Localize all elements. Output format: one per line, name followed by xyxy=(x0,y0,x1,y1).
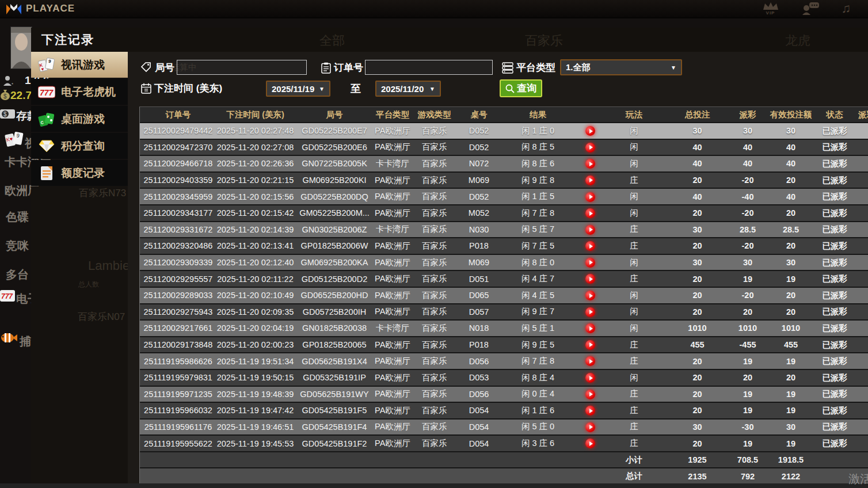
status-badge: 已派彩 xyxy=(817,172,852,189)
play-cell xyxy=(576,287,604,304)
round-id-cell: GD05125B200D2 xyxy=(294,270,375,287)
play-video-button[interactable] xyxy=(585,192,595,202)
table-row: 2511200294794422025-11-20 02:27:48GD0522… xyxy=(140,123,868,139)
status-badge: 已派彩 xyxy=(817,155,852,172)
platform-icon xyxy=(502,62,513,74)
play-cell xyxy=(576,353,604,369)
result-cell: 闲 1 庄 5 xyxy=(500,188,576,205)
platform-type-select[interactable]: 1.全部 ▼ xyxy=(560,59,682,75)
order-id-cell: 251119195979831 xyxy=(140,369,216,386)
status-badge: 已派彩 xyxy=(817,238,852,254)
calendar-icon xyxy=(141,83,151,94)
table-no-cell: N072 xyxy=(458,155,500,172)
date-from-select[interactable]: 2025/11/19 ▼ xyxy=(266,81,330,97)
platform-cell: 卡卡湾厅 xyxy=(375,222,410,238)
play-video-button[interactable] xyxy=(585,258,595,268)
order-number-label-group: 订单号 xyxy=(321,61,363,74)
table-no-cell: D065 xyxy=(458,287,500,304)
play-video-button[interactable] xyxy=(585,422,595,432)
result-cell: 闲 5 庄 0 xyxy=(500,419,576,436)
result-cell: 闲 8 庄 0 xyxy=(500,254,576,271)
payout-time-cell xyxy=(852,337,868,353)
play-video-button[interactable] xyxy=(585,241,595,251)
faint-background-text: 总人数 xyxy=(78,280,99,289)
table-no-cell: P018 xyxy=(458,337,500,353)
bet-time-label: 下注时间 (美东) xyxy=(154,82,222,95)
total-bet-cell: 20 xyxy=(664,287,730,304)
chat-support-icon[interactable] xyxy=(801,2,820,16)
play-video-button[interactable] xyxy=(585,390,595,399)
payout-cell: -455 xyxy=(730,337,765,353)
table-row: 2511200293431772025-11-20 02:15:42GM0522… xyxy=(140,205,868,222)
sidebar-item-table-games[interactable]: C 桌面游戏 xyxy=(31,106,128,132)
valid-bet-cell: 30 xyxy=(765,254,817,271)
platform-cell: PA欧洲厅 xyxy=(375,304,410,321)
bet-time-cell: 2025-11-19 19:51:34 xyxy=(216,353,294,369)
play-video-button[interactable] xyxy=(585,356,595,366)
play-video-button[interactable] xyxy=(585,291,595,300)
deposit-icon: $ xyxy=(0,109,15,119)
result-cell: 闲 9 庄 5 xyxy=(500,337,576,353)
bg-nav-item: 多台 xyxy=(6,267,29,283)
play-video-button[interactable] xyxy=(585,340,595,350)
play-video-button[interactable] xyxy=(585,176,595,185)
round-number-input[interactable] xyxy=(177,60,307,75)
platform-type-label: 平台类型 xyxy=(516,61,555,74)
table-row: 2511200293459592025-11-20 02:15:56GD0522… xyxy=(140,188,868,205)
play-video-button[interactable] xyxy=(585,143,595,152)
date-to-select[interactable]: 2025/11/20 ▼ xyxy=(375,81,441,97)
table-no-cell: N018 xyxy=(458,320,500,337)
bet-side-cell: 庄 xyxy=(604,402,664,419)
bet-time-cell: 2025-11-20 02:15:42 xyxy=(216,205,294,222)
bet-time-cell: 2025-11-20 02:09:35 xyxy=(216,304,294,321)
sidebar-item-label: 积分查询 xyxy=(61,139,105,154)
play-video-button[interactable] xyxy=(585,274,595,284)
column-header: 派彩时间 xyxy=(852,107,868,123)
payout-cell: 19 xyxy=(730,435,765,452)
sum-payout: 708.5 xyxy=(730,452,765,468)
table-row: 2511200291738482025-11-20 02:00:23GP0182… xyxy=(140,337,868,353)
table-row: 2511191959660322025-11-19 19:47:42GD0542… xyxy=(140,402,868,419)
valid-bet-cell: 455 xyxy=(765,337,817,353)
sidebar-item-slots[interactable]: 777 电子老虎机 xyxy=(31,79,128,105)
payout-time-cell xyxy=(852,155,868,172)
vip-icon[interactable]: VIP xyxy=(762,2,779,16)
order-id-cell: 251120029320486 xyxy=(140,238,216,254)
sidebar-item-quota-record[interactable]: 额度记录 xyxy=(31,160,128,186)
panel-sidebar: K♥9 视讯游戏 777 电子老虎机 C 桌面游戏 积分查询 额度记录 xyxy=(31,52,128,187)
play-video-button[interactable] xyxy=(585,159,595,169)
game-type-cell: 百家乐 xyxy=(410,155,458,172)
sidebar-item-points[interactable]: 积分查询 xyxy=(31,133,128,159)
panel-content: 局号 结算中 订单号 平台类型 1.全部 ▼ 下注时间 (美东) 2025/11… xyxy=(128,52,868,483)
round-id-cell: GD05625B191WY xyxy=(294,386,375,403)
table-row: 2511191959712352025-11-19 19:48:39GD0562… xyxy=(140,386,868,403)
result-cell: 闲 8 庄 6 xyxy=(500,155,576,172)
play-video-button[interactable] xyxy=(585,307,595,317)
status-badge: 已派彩 xyxy=(817,337,852,353)
valid-bet-cell: 20 xyxy=(765,287,817,304)
sidebar-item-live-games[interactable]: K♥9 视讯游戏 xyxy=(31,52,128,78)
order-number-input[interactable] xyxy=(365,60,493,75)
play-video-button[interactable] xyxy=(585,406,595,415)
search-button[interactable]: 查询 xyxy=(500,79,542,97)
play-video-button[interactable] xyxy=(585,225,595,235)
game-type-cell: 百家乐 xyxy=(410,270,458,287)
play-video-button[interactable] xyxy=(585,439,595,448)
play-video-button[interactable] xyxy=(585,208,595,218)
play-video-button[interactable] xyxy=(585,323,595,333)
play-video-button[interactable] xyxy=(585,126,595,136)
round-id-cell: GD05425B191F4 xyxy=(294,419,375,436)
play-cell xyxy=(576,386,604,403)
moneybag-icon: $ xyxy=(0,89,10,100)
column-header: 状态 xyxy=(817,107,852,123)
app-logo[interactable]: PLAYACE xyxy=(6,2,75,15)
payout-cell: -20 xyxy=(730,287,765,304)
result-cell: 闲 8 庄 4 xyxy=(500,369,576,386)
payout-time-cell xyxy=(852,304,868,321)
play-video-button[interactable] xyxy=(585,373,595,383)
sidebar-item-label: 视讯游戏 xyxy=(61,58,105,73)
game-type-cell: 百家乐 xyxy=(410,337,458,353)
result-cell: 闲 0 庄 4 xyxy=(500,386,576,403)
platform-type-label-group: 平台类型 xyxy=(502,61,555,74)
music-icon[interactable]: ♫ xyxy=(842,2,851,15)
